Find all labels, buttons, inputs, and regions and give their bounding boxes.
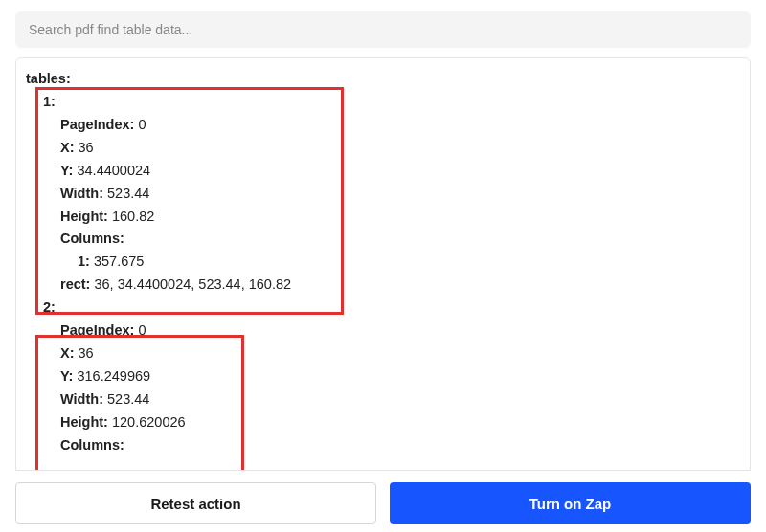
table-index: 1: bbox=[43, 94, 56, 109]
field-value: 523.44 bbox=[107, 186, 149, 201]
field-value: 36, 34.4400024, 523.44, 160.82 bbox=[94, 277, 291, 292]
table-index: 2: bbox=[43, 299, 56, 315]
tables-root-label: tables: bbox=[26, 71, 71, 86]
field-label-pageindex: PageIndex: bbox=[60, 117, 134, 132]
field-label-width: Width: bbox=[60, 186, 103, 201]
field-label-height: Height: bbox=[60, 209, 108, 224]
field-value: 316.249969 bbox=[77, 368, 150, 384]
field-value: 36 bbox=[79, 140, 94, 155]
field-label-x: X: bbox=[60, 140, 75, 155]
turn-on-zap-button[interactable]: Turn on Zap bbox=[390, 482, 751, 524]
field-label-height: Height: bbox=[60, 414, 108, 430]
field-label-pageindex: PageIndex: bbox=[60, 322, 134, 338]
field-value: 36 bbox=[79, 345, 94, 361]
column-index: 1: bbox=[78, 254, 90, 269]
retest-action-button[interactable]: Retest action bbox=[15, 482, 376, 524]
field-label-columns: Columns: bbox=[60, 437, 124, 453]
search-input[interactable] bbox=[15, 11, 751, 48]
field-label-y: Y: bbox=[60, 163, 73, 178]
field-value: 160.82 bbox=[112, 209, 154, 224]
column-value: 357.675 bbox=[94, 254, 144, 269]
field-value: 0 bbox=[138, 117, 146, 132]
field-value: 120.620026 bbox=[112, 414, 186, 430]
field-label-columns: Columns: bbox=[60, 231, 124, 246]
field-label-x: X: bbox=[60, 345, 75, 361]
action-bar: Retest action Turn on Zap bbox=[0, 482, 766, 524]
field-label-rect: rect: bbox=[60, 277, 90, 292]
results-panel: tables: 1: PageIndex: 0 X: 36 Y: 34.4400… bbox=[15, 57, 751, 471]
results-scroll[interactable]: tables: 1: PageIndex: 0 X: 36 Y: 34.4400… bbox=[16, 58, 750, 470]
field-value: 523.44 bbox=[107, 391, 149, 407]
field-value: 0 bbox=[138, 322, 146, 338]
field-value: 34.4400024 bbox=[77, 163, 150, 178]
field-label-y: Y: bbox=[60, 368, 73, 384]
field-label-width: Width: bbox=[60, 391, 103, 407]
